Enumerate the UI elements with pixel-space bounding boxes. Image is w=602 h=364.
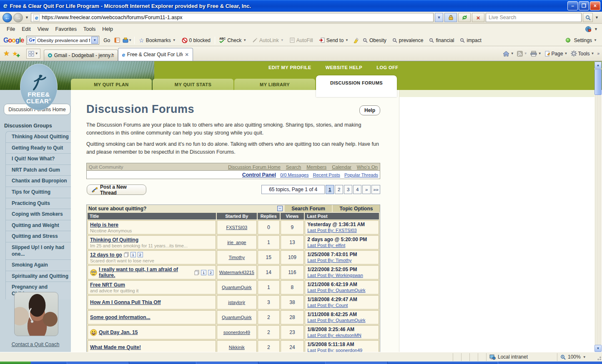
community-link-members[interactable]: Members xyxy=(306,165,326,170)
sidebar-item-thinking-about-quitting[interactable]: Thinking About Quitting xyxy=(6,132,71,143)
google-search-dropdown-icon[interactable]: ▼ xyxy=(91,37,98,44)
nav-tab-my-library[interactable]: MY LIBRARY xyxy=(234,79,315,90)
stop-button[interactable]: × xyxy=(472,13,484,22)
ie-addon-globe-icon[interactable] xyxy=(585,26,592,32)
page-button-3[interactable]: 3 xyxy=(344,185,352,194)
last-post-by-link[interactable]: Last Post By: Count xyxy=(307,303,348,308)
last-post-by-link[interactable]: Last Post By: FXSTSI03 xyxy=(307,228,357,233)
thread-title-link[interactable]: Some good information... xyxy=(90,314,150,320)
toolbar-overflow-chevron[interactable]: » xyxy=(597,51,599,56)
autolink-button[interactable]: AutoLink▼ xyxy=(251,37,286,44)
thread-page-button-1[interactable]: 1 xyxy=(130,252,136,257)
gadgets-icon[interactable]: ▼ xyxy=(123,37,132,43)
favorites-center-icon[interactable]: ★ xyxy=(3,49,10,58)
thread-title-link[interactable]: Free NRT Gum xyxy=(90,282,125,288)
sidebar-item-nrt-patch-and-gum[interactable]: NRT Patch and Gum xyxy=(6,165,71,176)
address-field[interactable]: e https://www.freeclear.com/webcoach/for… xyxy=(31,13,434,22)
menu-file[interactable]: File xyxy=(3,25,18,33)
windows-taskbar[interactable] xyxy=(0,362,602,364)
forward-button[interactable]: → xyxy=(13,13,23,22)
sidebar-item-getting-ready-to-quit[interactable]: Getting Ready to Quit xyxy=(6,143,71,154)
post-new-thread-button[interactable]: Post a New Thread xyxy=(87,184,146,195)
thread-title-link[interactable]: How Am I Gonna Pull Thia Off xyxy=(90,299,161,305)
last-post-by-link[interactable]: Last Post By: Timothy xyxy=(307,258,351,263)
started-by-link[interactable]: QuantumQuirk xyxy=(219,315,254,320)
sidebar-item-quitting-and-weight[interactable]: Quitting and Weight xyxy=(6,220,71,232)
last-post-by-link[interactable]: Last Post By: Workingswan xyxy=(307,273,363,278)
started-by-link[interactable]: QuantumQuirk xyxy=(219,285,254,290)
minimize-button[interactable]: – xyxy=(567,1,578,10)
page-button-2[interactable]: 2 xyxy=(335,185,343,194)
nav-tab-my-quit-plan[interactable]: MY QUIT PLAN xyxy=(71,79,152,90)
highlight-term-impact[interactable]: impact xyxy=(458,37,483,44)
address-dropdown-button[interactable]: ▼ xyxy=(435,13,443,22)
autofill-button[interactable]: AutoFill xyxy=(288,37,315,44)
last-post-by-link[interactable]: Last Post By: soonerdon49 xyxy=(307,348,362,352)
security-lock-icon[interactable] xyxy=(444,13,457,22)
thread-page-button-2[interactable]: 2 xyxy=(208,270,213,275)
sidebar-item-coping-with-smokers[interactable]: Coping with Smokers xyxy=(6,209,71,220)
thread-title-link[interactable]: Help is here xyxy=(90,222,118,228)
browser-tab-gmail[interactable]: Gmail - Dodgeball - jenny.ha... xyxy=(44,50,118,61)
sidebar-item-slipped-up-i-only-had-one[interactable]: Slipped Up! I only had one... xyxy=(6,242,71,260)
menu-view[interactable]: View xyxy=(34,25,52,33)
popup-blocked-button[interactable]: 0 blocked xyxy=(180,37,212,44)
started-by-link[interactable]: jstaylorjr xyxy=(219,300,254,305)
thread-page-button-2[interactable]: 2 xyxy=(138,252,143,257)
bookmarks-button[interactable]: ☆ Bookmarks▼ xyxy=(137,36,178,45)
search-options-dropdown-icon[interactable]: ▼ xyxy=(594,15,599,20)
sidebar-item-i-quit-now-what[interactable]: I Quit! Now What? xyxy=(6,154,71,165)
thread-title-link[interactable]: I really want to quit, I am afraid of fa… xyxy=(99,267,193,278)
started-by-link[interactable]: Timothy xyxy=(219,255,254,260)
addon-dropdown-icon[interactable]: ▼ xyxy=(593,27,599,31)
scroll-up-arrow[interactable]: ▲ xyxy=(594,62,602,69)
settings-button[interactable]: Settings▼ xyxy=(572,37,599,44)
sidebar-item-practicing-quits[interactable]: Practicing Quits xyxy=(6,198,71,209)
sidebar-item-smoking-again[interactable]: Smoking Again xyxy=(6,260,71,271)
control-link-recent-posts[interactable]: Recent Posts xyxy=(313,172,340,177)
search-go-button[interactable] xyxy=(583,13,593,22)
control-link-popular-threads[interactable]: Popular Threads xyxy=(344,172,378,177)
community-link-discussion-forum-home[interactable]: Discussion Forum Home xyxy=(228,165,281,170)
menu-favorites[interactable]: Favorites xyxy=(52,25,80,33)
zoom-dropdown-icon[interactable]: ▼ xyxy=(583,355,586,359)
thread-title-link[interactable]: What Made me Quite! xyxy=(90,344,141,350)
thread-page-button-1[interactable]: 1 xyxy=(201,270,206,275)
page-menu-button[interactable]: Page▼ xyxy=(544,51,568,57)
quick-tabs-button[interactable]: ▼ xyxy=(26,49,40,59)
google-go-button[interactable]: Go xyxy=(102,37,112,44)
last-post-by-link[interactable]: Last Post By: eknutsonMN xyxy=(307,333,361,338)
search-forum-button[interactable]: Search Forum xyxy=(285,205,332,212)
topic-options-button[interactable]: Topic Options xyxy=(333,205,380,212)
tools-menu-button[interactable]: Tools▼ xyxy=(571,50,594,57)
nav-tab-discussion-forums[interactable]: DISCUSSION FORUMS xyxy=(316,75,397,97)
menu-help[interactable]: Help xyxy=(99,25,116,33)
started-by-link[interactable]: soonerdon49 xyxy=(219,330,254,335)
control-panel-link[interactable]: Control Panel xyxy=(242,172,276,178)
spellcheck-button[interactable]: ABC Check▼ xyxy=(218,36,248,44)
history-dropdown-icon[interactable]: ▼ xyxy=(24,15,30,20)
control-link-0-0-messages[interactable]: 0/0 Messages xyxy=(280,172,309,177)
page-button-»»[interactable]: »» xyxy=(371,185,380,194)
sidebar-item-quitting-and-stress[interactable]: Quitting and Stress xyxy=(6,231,71,242)
community-link-who-s-on[interactable]: Who's On xyxy=(357,165,378,170)
scroll-down-arrow[interactable]: ▼ xyxy=(594,345,602,352)
send-to-button[interactable]: Send to▼ xyxy=(317,37,350,44)
thread-title-link[interactable]: Quit Day Jan. 15 xyxy=(99,329,138,335)
highlight-term-financial[interactable]: financial xyxy=(427,37,456,44)
sidebar-item-tips-for-quitting[interactable]: Tips for Quitting xyxy=(6,187,71,198)
browser-tab-freeclear[interactable]: e Free & Clear Quit For Life... ✕ xyxy=(118,48,193,61)
back-button[interactable]: ← xyxy=(3,13,12,22)
collapse-section-icon[interactable]: − xyxy=(277,206,283,211)
menu-tools[interactable]: Tools xyxy=(80,25,99,33)
google-search-input[interactable]: G▾ Obesity prevalence and fir ▼ xyxy=(26,36,99,45)
nav-tab-my-quit-stats[interactable]: MY QUIT STATS xyxy=(153,79,233,90)
vertical-scrollbar[interactable]: ▲ ▼ xyxy=(594,62,602,352)
add-favorite-icon[interactable]: ★✚ xyxy=(12,50,18,57)
started-by-link[interactable]: irie_ange xyxy=(219,240,254,245)
highlighter-icon[interactable] xyxy=(353,37,359,43)
page-button-1[interactable]: 1 xyxy=(326,185,334,194)
home-button[interactable]: ▼ xyxy=(503,51,514,57)
refresh-button[interactable] xyxy=(458,13,471,22)
community-link-calendar[interactable]: Calendar xyxy=(332,165,351,170)
